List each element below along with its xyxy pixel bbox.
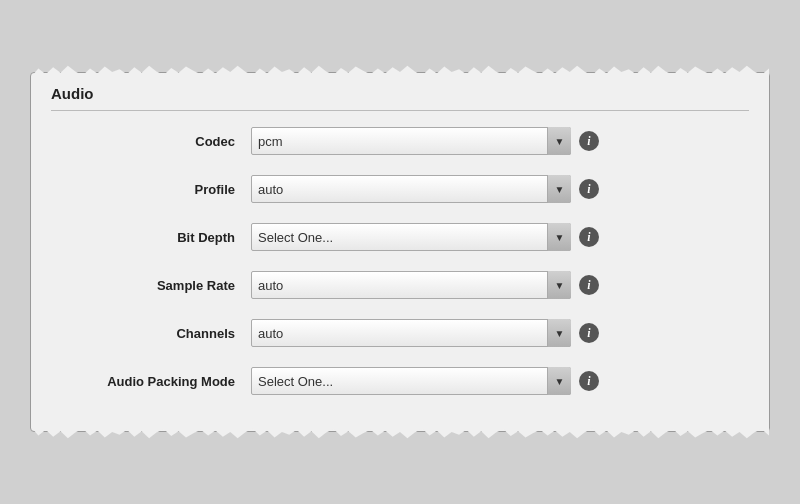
info-icon-sample-rate[interactable]: i: [579, 275, 599, 295]
label-channels: Channels: [51, 326, 251, 341]
info-icon-channels[interactable]: i: [579, 323, 599, 343]
info-icon-audio-packing-mode[interactable]: i: [579, 371, 599, 391]
torn-top-decoration: [31, 63, 769, 77]
info-icon-profile[interactable]: i: [579, 179, 599, 199]
form-row-channels: Channelsauto126▼i: [51, 315, 749, 351]
form-rows: Codecpcmaacmp3ac3▼iProfileautohighmedium…: [51, 123, 749, 399]
select-wrapper-channels: auto126▼: [251, 319, 571, 347]
select-bit-depth[interactable]: Select One...8162432: [251, 223, 571, 251]
form-row-audio-packing-mode: Audio Packing ModeSelect One...normalcom…: [51, 363, 749, 399]
form-row-bit-depth: Bit DepthSelect One...8162432▼i: [51, 219, 749, 255]
select-wrapper-codec: pcmaacmp3ac3▼: [251, 127, 571, 155]
select-channels[interactable]: auto126: [251, 319, 571, 347]
label-codec: Codec: [51, 134, 251, 149]
form-row-sample-rate: Sample Rateauto22050441004800096000▼i: [51, 267, 749, 303]
select-wrapper-audio-packing-mode: Select One...normalcompact▼: [251, 367, 571, 395]
torn-bottom-decoration: [31, 427, 769, 441]
label-audio-packing-mode: Audio Packing Mode: [51, 374, 251, 389]
label-sample-rate: Sample Rate: [51, 278, 251, 293]
select-wrapper-bit-depth: Select One...8162432▼: [251, 223, 571, 251]
select-profile[interactable]: autohighmediumlow: [251, 175, 571, 203]
select-codec[interactable]: pcmaacmp3ac3: [251, 127, 571, 155]
control-wrapper-channels: auto126▼i: [251, 319, 599, 347]
label-bit-depth: Bit Depth: [51, 230, 251, 245]
form-row-profile: Profileautohighmediumlow▼i: [51, 171, 749, 207]
control-wrapper-profile: autohighmediumlow▼i: [251, 175, 599, 203]
control-wrapper-audio-packing-mode: Select One...normalcompact▼i: [251, 367, 599, 395]
info-icon-bit-depth[interactable]: i: [579, 227, 599, 247]
control-wrapper-sample-rate: auto22050441004800096000▼i: [251, 271, 599, 299]
select-wrapper-sample-rate: auto22050441004800096000▼: [251, 271, 571, 299]
select-audio-packing-mode[interactable]: Select One...normalcompact: [251, 367, 571, 395]
select-wrapper-profile: autohighmediumlow▼: [251, 175, 571, 203]
label-profile: Profile: [51, 182, 251, 197]
audio-panel: Audio Codecpcmaacmp3ac3▼iProfileautohigh…: [30, 72, 770, 432]
panel-title: Audio: [51, 85, 749, 111]
select-sample-rate[interactable]: auto22050441004800096000: [251, 271, 571, 299]
info-icon-codec[interactable]: i: [579, 131, 599, 151]
control-wrapper-bit-depth: Select One...8162432▼i: [251, 223, 599, 251]
form-row-codec: Codecpcmaacmp3ac3▼i: [51, 123, 749, 159]
control-wrapper-codec: pcmaacmp3ac3▼i: [251, 127, 599, 155]
